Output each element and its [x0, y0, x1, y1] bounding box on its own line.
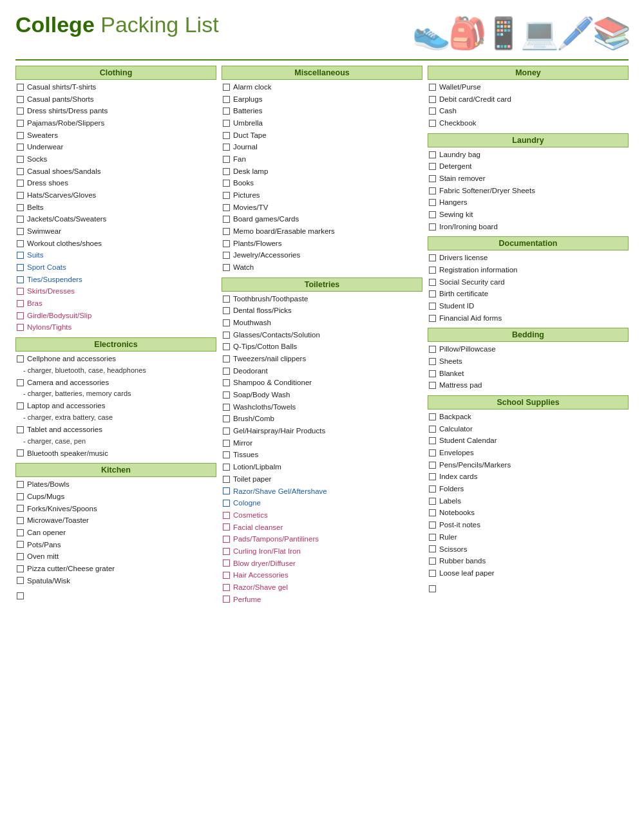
checkbox[interactable] — [429, 485, 436, 493]
checkbox[interactable] — [223, 476, 230, 483]
checkbox[interactable] — [429, 534, 436, 541]
trailing-checkbox[interactable] — [17, 592, 24, 599]
checkbox[interactable] — [429, 187, 436, 194]
checkbox[interactable] — [17, 449, 24, 456]
checkbox[interactable] — [429, 545, 436, 552]
checkbox[interactable] — [429, 108, 436, 115]
checkbox[interactable] — [17, 240, 24, 247]
checkbox[interactable] — [429, 151, 436, 158]
checkbox[interactable] — [429, 315, 436, 322]
checkbox[interactable] — [429, 449, 436, 456]
checkbox[interactable] — [223, 451, 230, 458]
checkbox[interactable] — [223, 296, 230, 303]
checkbox[interactable] — [223, 536, 230, 543]
checkbox[interactable] — [429, 279, 436, 286]
checkbox[interactable] — [223, 404, 230, 411]
checkbox[interactable] — [429, 211, 436, 218]
checkbox[interactable] — [17, 192, 24, 199]
checkbox[interactable] — [429, 175, 436, 182]
checkbox[interactable] — [223, 548, 230, 555]
checkbox[interactable] — [17, 300, 24, 307]
checkbox[interactable] — [429, 254, 436, 261]
checkbox[interactable] — [223, 96, 230, 103]
checkbox[interactable] — [17, 108, 24, 115]
checkbox[interactable] — [429, 163, 436, 170]
checkbox[interactable] — [429, 358, 436, 365]
checkbox[interactable] — [17, 481, 24, 488]
checkbox[interactable] — [17, 553, 24, 560]
checkbox[interactable] — [429, 413, 436, 420]
checkbox[interactable] — [17, 312, 24, 319]
checkbox[interactable] — [223, 584, 230, 591]
checkbox[interactable] — [223, 464, 230, 471]
checkbox[interactable] — [429, 498, 436, 505]
checkbox[interactable] — [223, 487, 230, 494]
checkbox[interactable] — [17, 228, 24, 235]
checkbox[interactable] — [17, 355, 24, 362]
checkbox[interactable] — [429, 382, 436, 389]
checkbox[interactable] — [429, 223, 436, 230]
checkbox[interactable] — [223, 180, 230, 187]
checkbox[interactable] — [429, 509, 436, 516]
checkbox[interactable] — [223, 428, 230, 435]
checkbox[interactable] — [223, 319, 230, 326]
checkbox[interactable] — [223, 132, 230, 139]
checkbox[interactable] — [17, 264, 24, 271]
checkbox[interactable] — [17, 276, 24, 283]
checkbox[interactable] — [223, 523, 230, 531]
checkbox[interactable] — [17, 168, 24, 175]
checkbox[interactable] — [223, 500, 230, 507]
checkbox[interactable] — [429, 462, 436, 469]
checkbox[interactable] — [223, 144, 230, 151]
checkbox[interactable] — [17, 216, 24, 223]
checkbox[interactable] — [223, 343, 230, 350]
checkbox[interactable] — [223, 440, 230, 447]
checkbox[interactable] — [17, 324, 24, 331]
checkbox[interactable] — [429, 199, 436, 206]
checkbox[interactable] — [17, 156, 24, 163]
checkbox[interactable] — [17, 379, 24, 386]
checkbox[interactable] — [429, 84, 436, 91]
checkbox[interactable] — [17, 565, 24, 572]
checkbox[interactable] — [17, 426, 24, 433]
checkbox[interactable] — [223, 572, 230, 579]
checkbox[interactable] — [429, 473, 436, 480]
checkbox[interactable] — [429, 558, 436, 565]
checkbox[interactable] — [223, 240, 230, 247]
checkbox[interactable] — [223, 204, 230, 211]
checkbox[interactable] — [429, 267, 436, 274]
checkbox[interactable] — [223, 84, 230, 91]
checkbox[interactable] — [223, 108, 230, 115]
checkbox[interactable] — [17, 84, 24, 91]
checkbox[interactable] — [223, 264, 230, 271]
checkbox[interactable] — [17, 120, 24, 127]
checkbox[interactable] — [223, 415, 230, 422]
checkbox[interactable] — [429, 290, 436, 297]
checkbox[interactable] — [223, 379, 230, 386]
checkbox[interactable] — [17, 505, 24, 512]
checkbox[interactable] — [223, 307, 230, 314]
checkbox[interactable] — [17, 288, 24, 295]
checkbox[interactable] — [17, 252, 24, 259]
checkbox[interactable] — [17, 517, 24, 524]
checkbox[interactable] — [223, 252, 230, 259]
trailing-checkbox[interactable] — [429, 585, 436, 592]
checkbox[interactable] — [17, 180, 24, 187]
checkbox[interactable] — [17, 402, 24, 409]
checkbox[interactable] — [17, 493, 24, 500]
checkbox[interactable] — [429, 370, 436, 377]
checkbox[interactable] — [223, 596, 230, 603]
checkbox[interactable] — [223, 192, 230, 199]
checkbox[interactable] — [17, 541, 24, 548]
checkbox[interactable] — [223, 391, 230, 399]
checkbox[interactable] — [223, 332, 230, 339]
checkbox[interactable] — [223, 228, 230, 235]
checkbox[interactable] — [429, 426, 436, 433]
checkbox[interactable] — [429, 522, 436, 529]
checkbox[interactable] — [223, 355, 230, 362]
checkbox[interactable] — [429, 120, 436, 127]
checkbox[interactable] — [17, 132, 24, 139]
checkbox[interactable] — [429, 437, 436, 444]
checkbox[interactable] — [223, 156, 230, 163]
checkbox[interactable] — [429, 570, 436, 577]
